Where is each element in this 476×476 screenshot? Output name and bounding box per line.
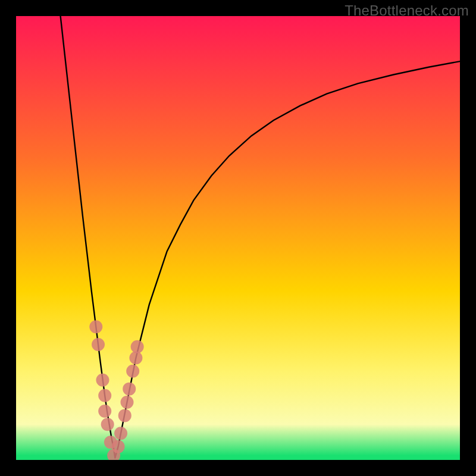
scatter-point xyxy=(89,320,102,333)
scatter-point xyxy=(118,409,131,422)
plot-area xyxy=(16,16,460,460)
scatter-point xyxy=(129,351,142,364)
chart-frame: TheBottleneck.com xyxy=(0,0,476,476)
scatter-point xyxy=(98,405,111,418)
scatter-point xyxy=(121,396,134,409)
scatter-point xyxy=(101,418,114,431)
scatter-point xyxy=(126,365,139,378)
scatter-point xyxy=(123,383,136,396)
watermark-text: TheBottleneck.com xyxy=(345,2,469,19)
scatter-point xyxy=(98,389,111,402)
scatter-point xyxy=(112,440,125,453)
scatter-point xyxy=(96,374,109,387)
scatter-point xyxy=(92,338,105,351)
gradient-bg xyxy=(16,16,460,460)
chart-svg xyxy=(16,16,460,460)
scatter-point xyxy=(131,340,144,353)
scatter-point xyxy=(114,427,127,440)
